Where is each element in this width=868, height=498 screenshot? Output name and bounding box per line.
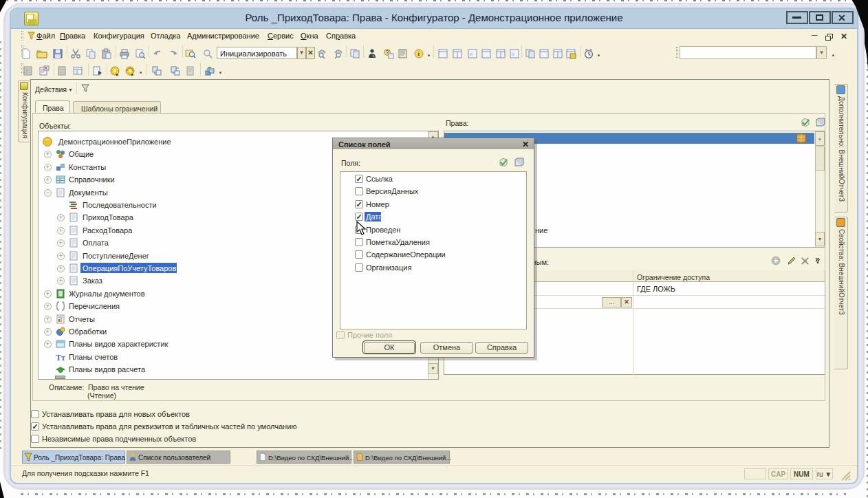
- svg-text:Тт: Тт: [56, 353, 65, 362]
